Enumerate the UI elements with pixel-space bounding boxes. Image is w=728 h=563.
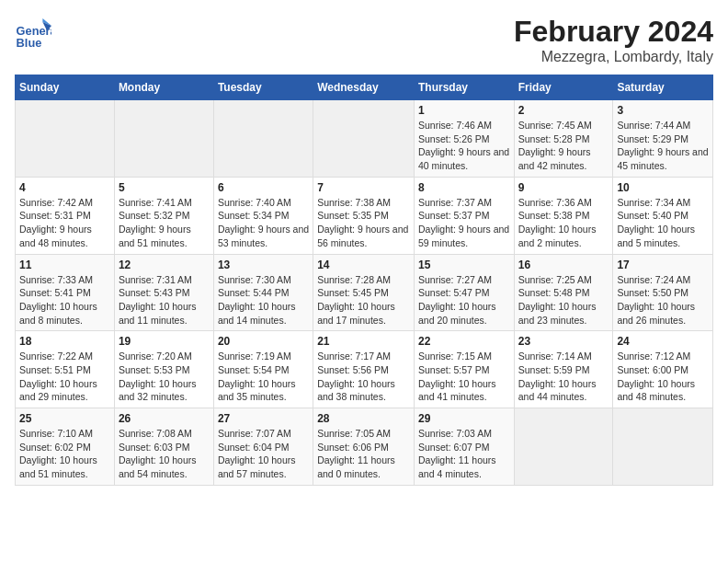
day-info: Sunrise: 7:17 AMSunset: 5:56 PMDaylight:… [317,350,410,404]
calendar-cell: 24Sunrise: 7:12 AMSunset: 6:00 PMDayligh… [613,331,713,408]
calendar-cell: 27Sunrise: 7:07 AMSunset: 6:04 PMDayligh… [213,408,313,486]
col-header-wednesday: Wednesday [313,75,415,100]
day-info: Sunrise: 7:40 AMSunset: 5:34 PMDaylight:… [218,196,309,250]
day-number: 14 [317,259,410,271]
calendar-cell: 17Sunrise: 7:24 AMSunset: 5:50 PMDayligh… [613,254,713,331]
calendar-cell: 5Sunrise: 7:41 AMSunset: 5:32 PMDaylight… [114,177,213,254]
day-info: Sunrise: 7:25 AMSunset: 5:48 PMDaylight:… [518,273,609,327]
calendar-cell: 3Sunrise: 7:44 AMSunset: 5:29 PMDaylight… [613,100,713,178]
calendar-week-4: 18Sunrise: 7:22 AMSunset: 5:51 PMDayligh… [16,331,713,408]
day-number: 27 [218,412,309,425]
calendar-week-2: 4Sunrise: 7:42 AMSunset: 5:31 PMDaylight… [16,177,713,254]
day-number: 23 [518,335,609,348]
day-info: Sunrise: 7:07 AMSunset: 6:04 PMDaylight:… [218,427,309,481]
day-info: Sunrise: 7:15 AMSunset: 5:57 PMDaylight:… [418,350,510,404]
day-number: 6 [218,181,309,194]
day-number: 16 [518,259,609,271]
calendar-cell: 4Sunrise: 7:42 AMSunset: 5:31 PMDaylight… [16,177,115,254]
day-info: Sunrise: 7:28 AMSunset: 5:45 PMDaylight:… [317,273,410,327]
calendar-cell: 16Sunrise: 7:25 AMSunset: 5:48 PMDayligh… [514,254,613,331]
calendar-cell: 29Sunrise: 7:03 AMSunset: 6:07 PMDayligh… [414,408,514,486]
day-number: 11 [19,259,110,271]
calendar-cell: 7Sunrise: 7:38 AMSunset: 5:35 PMDaylight… [313,177,415,254]
day-info: Sunrise: 7:14 AMSunset: 5:59 PMDaylight:… [518,350,609,404]
day-number: 20 [218,335,309,348]
day-number: 29 [418,412,510,425]
col-header-thursday: Thursday [414,75,514,100]
day-info: Sunrise: 7:41 AMSunset: 5:32 PMDaylight:… [119,196,210,250]
day-number: 8 [418,181,510,194]
calendar-cell: 9Sunrise: 7:36 AMSunset: 5:38 PMDaylight… [514,177,613,254]
calendar-cell: 6Sunrise: 7:40 AMSunset: 5:34 PMDaylight… [213,177,313,254]
calendar-cell: 11Sunrise: 7:33 AMSunset: 5:41 PMDayligh… [16,254,115,331]
day-number: 2 [518,104,609,117]
calendar-cell: 18Sunrise: 7:22 AMSunset: 5:51 PMDayligh… [16,331,115,408]
day-number: 1 [418,104,510,117]
day-info: Sunrise: 7:34 AMSunset: 5:40 PMDaylight:… [617,196,709,250]
day-info: Sunrise: 7:27 AMSunset: 5:47 PMDaylight:… [418,273,510,327]
calendar-header-row: SundayMondayTuesdayWednesdayThursdayFrid… [16,75,713,100]
day-number: 24 [617,335,709,348]
calendar-table: SundayMondayTuesdayWednesdayThursdayFrid… [15,75,713,486]
col-header-monday: Monday [114,75,213,100]
calendar-cell: 15Sunrise: 7:27 AMSunset: 5:47 PMDayligh… [414,254,514,331]
calendar-cell: 19Sunrise: 7:20 AMSunset: 5:53 PMDayligh… [114,331,213,408]
day-info: Sunrise: 7:44 AMSunset: 5:29 PMDaylight:… [617,119,709,173]
calendar-week-3: 11Sunrise: 7:33 AMSunset: 5:41 PMDayligh… [16,254,713,331]
calendar-cell: 26Sunrise: 7:08 AMSunset: 6:03 PMDayligh… [114,408,213,486]
logo: General Blue [15,15,55,52]
day-info: Sunrise: 7:19 AMSunset: 5:54 PMDaylight:… [218,350,309,404]
calendar-cell: 14Sunrise: 7:28 AMSunset: 5:45 PMDayligh… [313,254,415,331]
calendar-cell: 1Sunrise: 7:46 AMSunset: 5:26 PMDaylight… [414,100,514,178]
day-info: Sunrise: 7:31 AMSunset: 5:43 PMDaylight:… [119,273,210,327]
day-number: 10 [617,181,709,194]
calendar-cell: 20Sunrise: 7:19 AMSunset: 5:54 PMDayligh… [213,331,313,408]
day-number: 19 [119,335,210,348]
day-info: Sunrise: 7:08 AMSunset: 6:03 PMDaylight:… [119,427,210,481]
day-info: Sunrise: 7:24 AMSunset: 5:50 PMDaylight:… [617,273,709,327]
title-block: February 2024 Mezzegra, Lombardy, Italy [514,15,713,65]
day-info: Sunrise: 7:37 AMSunset: 5:37 PMDaylight:… [418,196,510,250]
day-number: 15 [418,259,510,271]
day-number: 12 [119,259,210,271]
page-subtitle: Mezzegra, Lombardy, Italy [514,49,713,65]
day-number: 25 [19,412,110,425]
day-info: Sunrise: 7:38 AMSunset: 5:35 PMDaylight:… [317,196,410,250]
col-header-tuesday: Tuesday [213,75,313,100]
day-number: 26 [119,412,210,425]
calendar-cell [313,100,415,178]
svg-text:Blue: Blue [17,36,42,50]
calendar-cell: 13Sunrise: 7:30 AMSunset: 5:44 PMDayligh… [213,254,313,331]
day-info: Sunrise: 7:42 AMSunset: 5:31 PMDaylight:… [19,196,110,250]
day-number: 9 [518,181,609,194]
day-number: 18 [19,335,110,348]
day-info: Sunrise: 7:05 AMSunset: 6:06 PMDaylight:… [317,427,410,481]
day-info: Sunrise: 7:03 AMSunset: 6:07 PMDaylight:… [418,427,510,481]
calendar-cell: 12Sunrise: 7:31 AMSunset: 5:43 PMDayligh… [114,254,213,331]
day-number: 17 [617,259,709,271]
calendar-cell [613,408,713,486]
day-info: Sunrise: 7:10 AMSunset: 6:02 PMDaylight:… [19,427,110,481]
header: General Blue February 2024 Mezzegra, Lom… [15,15,713,65]
calendar-cell [16,100,115,178]
day-info: Sunrise: 7:22 AMSunset: 5:51 PMDaylight:… [19,350,110,404]
calendar-week-5: 25Sunrise: 7:10 AMSunset: 6:02 PMDayligh… [16,408,713,486]
day-info: Sunrise: 7:30 AMSunset: 5:44 PMDaylight:… [218,273,309,327]
calendar-cell [114,100,213,178]
day-number: 5 [119,181,210,194]
calendar-cell: 21Sunrise: 7:17 AMSunset: 5:56 PMDayligh… [313,331,415,408]
day-number: 4 [19,181,110,194]
calendar-week-1: 1Sunrise: 7:46 AMSunset: 5:26 PMDaylight… [16,100,713,178]
calendar-cell: 2Sunrise: 7:45 AMSunset: 5:28 PMDaylight… [514,100,613,178]
calendar-cell: 10Sunrise: 7:34 AMSunset: 5:40 PMDayligh… [613,177,713,254]
day-number: 7 [317,181,410,194]
calendar-cell: 23Sunrise: 7:14 AMSunset: 5:59 PMDayligh… [514,331,613,408]
day-info: Sunrise: 7:45 AMSunset: 5:28 PMDaylight:… [518,119,609,173]
day-info: Sunrise: 7:12 AMSunset: 6:00 PMDaylight:… [617,350,709,404]
day-info: Sunrise: 7:36 AMSunset: 5:38 PMDaylight:… [518,196,609,250]
calendar-cell [514,408,613,486]
day-info: Sunrise: 7:20 AMSunset: 5:53 PMDaylight:… [119,350,210,404]
col-header-sunday: Sunday [16,75,115,100]
day-number: 3 [617,104,709,117]
col-header-saturday: Saturday [613,75,713,100]
